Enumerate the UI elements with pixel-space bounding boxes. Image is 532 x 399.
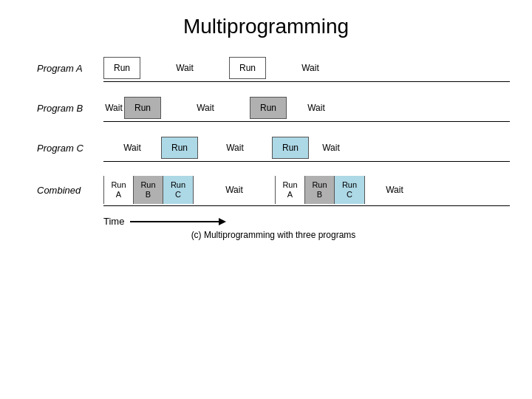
timeline-line-combined bbox=[103, 205, 510, 206]
timeline-line-a bbox=[103, 81, 510, 82]
combined-group1: Run A Run B Run C bbox=[103, 176, 194, 204]
combined-wait-end: Wait bbox=[365, 179, 424, 201]
seg-a-wait1: Wait bbox=[140, 57, 229, 79]
label-program-a: Program A bbox=[37, 63, 103, 74]
combined-cell-c2: Run C bbox=[335, 176, 364, 204]
seg-b-wait2: Wait bbox=[287, 97, 346, 119]
time-arrow bbox=[130, 218, 226, 225]
row-combined: Combined Run A Run B Run C bbox=[37, 171, 510, 208]
seg-c-run1: Run bbox=[161, 137, 198, 159]
combined-wait-mid: Wait bbox=[194, 179, 275, 201]
timeline-a: Run Wait Run Wait bbox=[103, 54, 510, 82]
seg-b-wait1: Wait bbox=[161, 97, 250, 119]
seg-b-run1: Run bbox=[124, 97, 161, 119]
seg-b-run2: Run bbox=[250, 97, 287, 119]
combined-cell-a1: Run A bbox=[104, 176, 134, 204]
combined-group2: Run A Run B Run C bbox=[275, 176, 365, 204]
combined-cell-c1: Run C bbox=[163, 176, 193, 204]
seg-a-wait2: Wait bbox=[266, 57, 355, 79]
timeline-line-b bbox=[103, 121, 510, 122]
timeline-c: Wait Run Wait Run Wait bbox=[103, 134, 510, 162]
seg-c-run2: Run bbox=[272, 137, 309, 159]
seg-c-wait2: Wait bbox=[309, 137, 353, 159]
time-row: Time bbox=[103, 216, 510, 227]
seg-c-wait0: Wait bbox=[103, 137, 161, 159]
diagram: Program A Run Wait Run Wait Program B Wa… bbox=[37, 52, 510, 240]
timeline-line-c bbox=[103, 161, 510, 162]
timeline-combined: Run A Run B Run C Wait bbox=[103, 174, 510, 206]
label-program-c: Program C bbox=[37, 143, 103, 154]
seg-a-run2: Run bbox=[229, 57, 266, 79]
seg-a-run1: Run bbox=[103, 57, 140, 79]
row-program-a: Program A Run Wait Run Wait bbox=[37, 52, 510, 84]
caption: (c) Multiprogramming with three programs bbox=[37, 230, 510, 240]
row-program-b: Program B Wait Run Wait Run Wait bbox=[37, 92, 510, 124]
time-label: Time bbox=[103, 216, 124, 227]
combined-cell-b1: Run B bbox=[134, 176, 163, 204]
seg-b-wait0: Wait bbox=[103, 97, 124, 119]
arrow-head bbox=[219, 218, 226, 225]
page-title: Multiprogramming bbox=[22, 15, 510, 38]
row-program-c: Program C Wait Run Wait Run Wait bbox=[37, 132, 510, 164]
combined-cell-b2: Run B bbox=[305, 176, 335, 204]
seg-c-wait1: Wait bbox=[198, 137, 272, 159]
combined-cell-a2: Run A bbox=[276, 176, 305, 204]
page: Multiprogramming Program A Run Wait Run … bbox=[0, 0, 532, 399]
timeline-b: Wait Run Wait Run Wait bbox=[103, 94, 510, 122]
label-combined: Combined bbox=[37, 185, 103, 196]
label-program-b: Program B bbox=[37, 103, 103, 114]
arrow-line bbox=[130, 221, 219, 222]
